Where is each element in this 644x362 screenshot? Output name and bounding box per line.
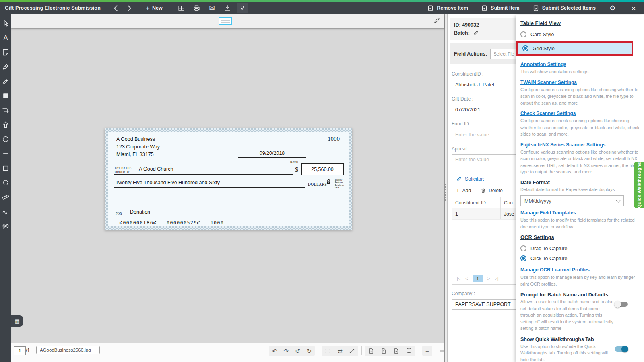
prompt-batch-heading: Prompt for Batch Name and Defaults [520,292,614,298]
drag-to-capture-option[interactable]: Drag To Capture [520,243,644,253]
click-to-capture-label: Click To Capture [530,256,567,261]
remove-item-label: Remove Item [437,5,468,11]
ellipse-tool-button[interactable] [1,134,10,144]
actual-size-button[interactable] [349,348,355,354]
card-style-option[interactable]: Card Style [520,29,644,39]
fountain-pen-icon [2,63,10,71]
highlighter-tool-button[interactable] [1,76,10,86]
check-amount-line [114,187,305,188]
scan-capture-button[interactable] [237,3,248,13]
radio-selected-icon [520,255,526,261]
next-item-button[interactable] [122,3,134,13]
twain-scanner-settings-desc: Configure various scanning options like … [520,86,640,107]
save-page-button[interactable] [393,348,399,354]
pager-last-button[interactable]: >| [495,276,498,281]
text-tool-button[interactable]: A [1,33,10,42]
document-canvas[interactable]: A Good Business 123 Corporate Way Miami,… [11,28,444,343]
thumbnail-strip [11,14,444,28]
page-tools-group [365,346,415,356]
settings-gear-button[interactable]: ⚙ [607,3,618,13]
previous-item-button[interactable] [111,3,122,13]
filename-input[interactable] [36,346,100,354]
rotate-left-button[interactable]: ↺ [295,348,300,354]
single-page-view-button[interactable] [368,348,374,354]
page-thumbnail[interactable] [219,17,232,25]
thumbnail-panel-toggle-button[interactable]: ▦ [11,315,23,327]
manage-ocr-profiles-link[interactable]: Manage OCR Learned Profiles [520,267,590,273]
pencil-icon [456,176,462,182]
fit-width-button[interactable]: ⇄ [337,348,343,354]
field-actions-value: Select Fie [493,51,514,56]
undo-icon: ↶ [272,348,277,354]
add-solicitor-button[interactable]: + Add [456,187,471,194]
chevron-down-icon [616,198,620,202]
hide-annotations-tool-button[interactable] [1,221,10,230]
edit-annotations-button[interactable] [433,17,440,24]
line-tool-button[interactable] [1,149,10,158]
pager-current-page[interactable]: 1 [473,275,483,282]
fujitsu-scanner-settings-link[interactable]: Fujitsu fi-NX Series Scanner Settings [520,142,605,148]
redo-button[interactable]: ↷ [284,348,289,354]
column-header[interactable]: Constituent ID [452,197,501,208]
rotate-right-button[interactable]: ↻ [307,348,312,354]
check-amount-words: Twenty Five Thousand Five Hundred and Si… [116,180,220,185]
batch-label: Batch: [454,29,470,37]
check-amount-box: 25,560.00 [301,163,344,175]
pager-next-button[interactable]: > [487,276,490,281]
viewer-bottom-toolbar: /1 ↶ ↷ ↺ ↻ ⇄ [11,343,444,362]
show-qw-toggle[interactable] [615,346,628,352]
prompt-batch-setting: Prompt for Batch Name and Defaults Allow… [520,292,644,332]
delete-solicitor-button[interactable]: Delete [481,187,503,194]
check-payto-label: PAY TO THE ORDER OF [115,166,131,174]
pointer-tool-button[interactable] [1,19,10,28]
ruler-tool-button[interactable] [1,192,10,202]
two-page-view-button[interactable] [406,348,412,354]
new-button[interactable]: + New [144,3,164,13]
check-scanner-settings-link[interactable]: Check Scanner Settings [520,111,576,116]
zoom-out-button[interactable]: − [425,348,429,354]
quick-walkthroughs-tab[interactable]: Quick Walkthroughs [634,162,644,208]
submit-selected-items-button[interactable]: Submit Selected Items [531,3,597,13]
check-face: A Good Business 123 Corporate Way Miami,… [108,132,349,226]
print-button[interactable] [191,3,203,13]
click-to-capture-option[interactable]: Click To Capture [520,253,644,263]
pager-prev-button[interactable]: < [465,276,468,281]
grid-view-button[interactable] [175,3,188,13]
manage-field-templates-link[interactable]: Manage Field Templates [520,210,576,216]
rectangle-tool-button[interactable] [1,163,10,173]
page-number-input[interactable] [14,346,26,355]
download-button[interactable] [221,3,233,13]
rotate-left-icon: ↺ [295,348,300,354]
undo-button[interactable]: ↶ [272,348,277,354]
check-memo: Donation [130,209,150,215]
polygon-tool-button[interactable] [1,178,10,187]
filled-rectangle-tool-button[interactable] [1,91,10,100]
title-bar: Gift Processing Electronic Submission + … [0,2,644,14]
edit-batch-button[interactable] [473,30,479,36]
export-page-button[interactable] [381,348,387,354]
submit-item-button[interactable]: Submit Item [479,3,521,13]
grid-style-option[interactable]: Grid Style [522,43,632,53]
close-button[interactable]: × [628,3,639,13]
annotation-settings-link[interactable]: Annotation Settings [520,62,566,67]
check-payee-line [114,174,293,175]
eye-slash-icon [2,222,10,230]
pen-tool-button[interactable] [1,62,10,71]
note-tool-button[interactable] [1,47,10,57]
freehand-tool-button[interactable] [1,207,10,216]
close-icon: × [631,4,636,12]
remove-item-button[interactable]: Remove Item [425,3,470,13]
prompt-batch-toggle[interactable] [615,302,628,307]
panel-splitter[interactable] [444,14,448,362]
arrow-stamp-tool-button[interactable] [1,120,10,129]
crop-tool-button[interactable] [1,105,10,115]
date-format-select[interactable]: MM/dd/yyyy [520,195,624,206]
email-button[interactable]: ✉ [206,3,218,13]
pencil-icon [473,30,479,36]
document-viewer: A Good Business 123 Corporate Way Miami,… [11,14,444,362]
chevron-right-icon [125,5,131,11]
pager-first-button[interactable]: |< [457,276,460,281]
annotation-toolbar: A [0,14,11,362]
twain-scanner-settings-link[interactable]: TWAIN Scanner Settings [520,80,577,85]
fit-to-screen-button[interactable] [325,348,331,354]
